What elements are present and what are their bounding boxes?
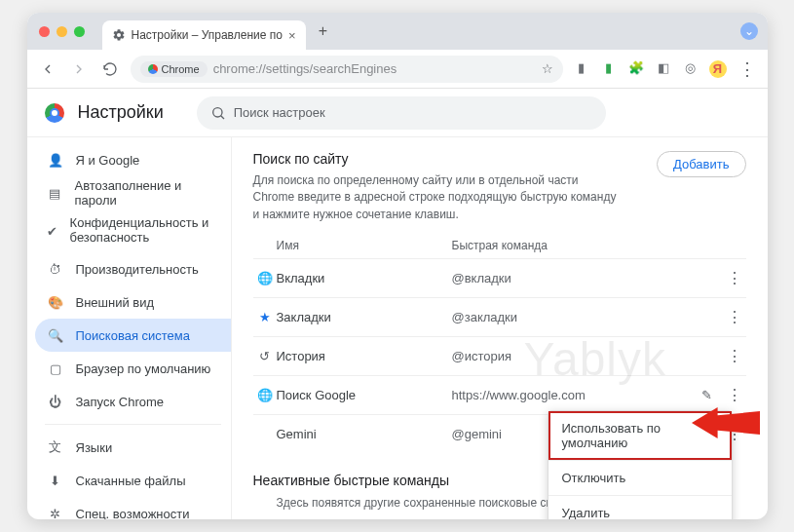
window-controls <box>39 26 85 37</box>
gear-icon <box>112 28 126 42</box>
new-tab-button[interactable]: + <box>312 19 335 43</box>
star-icon: ★ <box>253 310 277 324</box>
row-more-button[interactable]: ⋮ <box>723 347 746 365</box>
sidebar-item-downloads[interactable]: ⬇Скачанные файлы <box>35 464 231 497</box>
search-placeholder: Поиск настроек <box>234 105 325 120</box>
close-window-button[interactable] <box>39 26 50 37</box>
globe-icon: 🌐 <box>253 271 277 285</box>
menu-item-default[interactable]: Использовать по умолчанию <box>548 411 732 460</box>
menu-item-disable[interactable]: Отключить <box>548 460 732 495</box>
sidebar-item-search[interactable]: 🔍Поисковая система <box>35 319 231 352</box>
search-icon <box>210 105 226 121</box>
bookmark-star-icon[interactable]: ☆ <box>542 61 553 76</box>
row-more-button[interactable]: ⋮ <box>723 386 746 404</box>
yandex-ext-icon[interactable]: Я <box>709 60 727 78</box>
browser-tab[interactable]: Настройки – Управление по × <box>102 20 306 50</box>
globe-icon: 🌐 <box>253 388 277 402</box>
sidebar-item-appearance[interactable]: 🎨Внешний вид <box>35 285 231 319</box>
chrome-logo-icon <box>148 64 158 74</box>
col-name: Имя <box>277 239 452 252</box>
section-description: Для поиска по определенному сайту или в … <box>253 172 624 223</box>
close-tab-icon[interactable]: × <box>288 28 296 43</box>
sidebar-item-default-browser[interactable]: ▢Браузер по умолчанию <box>35 352 231 385</box>
settings-main: Поиск по сайту Для поиска по определенно… <box>232 137 768 519</box>
settings-sidebar: 👤Я и Google ▤Автозаполнение и пароли ✔Ко… <box>27 137 232 519</box>
autofill-icon: ▤ <box>47 186 63 201</box>
sidebar-item-performance[interactable]: ⏱Производительность <box>35 252 231 285</box>
history-icon: ↺ <box>253 349 277 363</box>
sidebar-item-startup[interactable]: ⏻Запуск Chrome <box>35 385 231 418</box>
edit-icon[interactable]: ✎ <box>701 388 723 402</box>
settings-body: 👤Я и Google ▤Автозаполнение и пароли ✔Ко… <box>27 137 768 519</box>
search-icon: 🔍 <box>47 328 64 343</box>
table-row: ↺ История @история ⋮ <box>253 336 746 375</box>
blank-icon <box>253 427 277 441</box>
minimize-window-button[interactable] <box>57 26 67 37</box>
section-title: Поиск по сайту <box>253 151 624 167</box>
table-row: 🌐 Вкладки @вкладки ⋮ <box>253 258 746 297</box>
page-title: Настройки <box>78 102 164 123</box>
chrome-chip: Chrome <box>140 61 208 77</box>
forward-button[interactable] <box>68 58 90 80</box>
power-icon: ⏻ <box>47 395 64 409</box>
table-row: 🌐 Поиск Google https://www.google.com ✎ … <box>253 375 746 414</box>
back-button[interactable] <box>37 58 58 80</box>
address-bar[interactable]: Chrome chrome://settings/searchEngines ☆ <box>131 56 563 83</box>
reload-button[interactable] <box>99 58 121 80</box>
extensions-icon[interactable]: 🧩 <box>627 60 645 78</box>
sidebar-item-accessibility[interactable]: ✲Спец. возможности <box>35 497 231 519</box>
window-titlebar: Настройки – Управление по × + ⌄ <box>27 13 768 50</box>
shield-icon: ✔ <box>47 224 58 239</box>
row-more-button[interactable]: ⋮ <box>723 269 746 287</box>
tab-title: Настройки – Управление по <box>132 28 283 42</box>
url-text: chrome://settings/searchEngines <box>213 61 397 76</box>
chevron-down-icon[interactable]: ⌄ <box>740 22 758 40</box>
zoom-window-button[interactable] <box>74 26 85 37</box>
browser-window: Настройки – Управление по × + ⌄ Chrome c… <box>27 13 768 519</box>
download-icon: ⬇ <box>47 474 64 488</box>
table-row: ★ Закладки @закладки ⋮ <box>253 297 746 336</box>
svg-point-0 <box>212 107 221 116</box>
chrome-logo-icon <box>45 103 64 123</box>
row-more-button[interactable]: ⋮ <box>723 308 746 326</box>
ext-icon-3[interactable]: ◧ <box>655 60 672 78</box>
palette-icon: 🎨 <box>47 295 64 310</box>
menu-item-delete[interactable]: Удалить <box>548 495 732 519</box>
table-header: Имя Быстрая команда <box>253 229 746 258</box>
speed-icon: ⏱ <box>47 262 64 277</box>
ext-icon-1[interactable]: ▮ <box>573 60 590 78</box>
context-menu: Использовать по умолчанию Отключить Удал… <box>548 410 733 519</box>
add-button[interactable]: Добавить <box>657 151 745 177</box>
sidebar-item-languages[interactable]: 文Языки <box>35 431 231 464</box>
sidebar-item-google[interactable]: 👤Я и Google <box>35 143 231 176</box>
browser-icon: ▢ <box>47 361 64 376</box>
sidebar-item-autofill[interactable]: ▤Автозаполнение и пароли <box>35 176 231 209</box>
browser-menu-button[interactable]: ⋮ <box>737 58 758 80</box>
browser-toolbar: Chrome chrome://settings/searchEngines ☆… <box>27 50 768 89</box>
ext-icon-2[interactable]: ▮ <box>600 60 618 78</box>
col-shortcut: Быстрая команда <box>452 239 548 252</box>
sidebar-item-privacy[interactable]: ✔Конфиденциальность и безопасность <box>35 209 231 252</box>
a11y-icon: ✲ <box>47 507 64 520</box>
language-icon: 文 <box>47 438 64 456</box>
person-icon: 👤 <box>47 153 64 168</box>
ext-icon-4[interactable]: ◎ <box>682 60 699 78</box>
settings-header: Настройки Поиск настроек <box>27 89 768 137</box>
settings-search[interactable]: Поиск настроек <box>197 96 606 130</box>
extension-icons: ▮ ▮ 🧩 ◧ ◎ Я <box>573 60 727 78</box>
